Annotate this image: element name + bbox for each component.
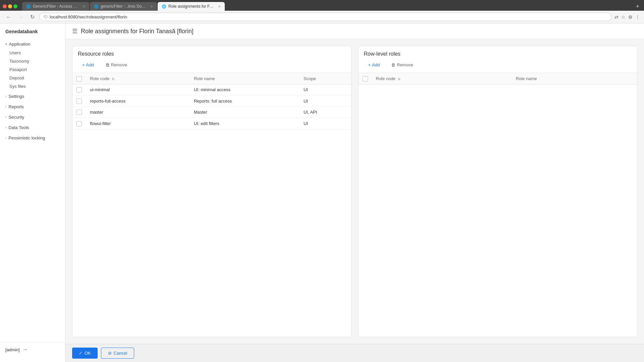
row-role-name: UI: minimal access <box>190 84 300 96</box>
resource-roles-col-name: Role name <box>190 73 300 84</box>
main-content: ☰ Role assignments for Florin Tanasă [fl… <box>65 23 644 362</box>
close-window-dot[interactable] <box>3 4 7 8</box>
sidebar-section-header-datatools[interactable]: ›Data Tools <box>0 123 65 132</box>
security-shield-icon: 🛡 <box>44 15 48 19</box>
ok-button[interactable]: ✓ OK <box>72 348 98 359</box>
row-role-code: master <box>86 107 190 118</box>
row-level-roles-title: Row-level roles <box>364 51 632 57</box>
rl-select-all-checkbox[interactable] <box>363 76 368 81</box>
minimize-window-dot[interactable] <box>8 4 12 8</box>
url-text: localhost:8080/sec/roleassignment/florin <box>50 14 607 19</box>
tab-favicon-icon: 🌐 <box>162 4 166 9</box>
bookmark-icon[interactable]: ☆ <box>621 14 626 20</box>
row-role-code: reports-full-access <box>86 96 190 107</box>
row-level-roles-add-button[interactable]: + Add <box>364 60 384 69</box>
resource-roles-title: Resource roles <box>78 51 346 57</box>
sidebar-section-header-pessimistic[interactable]: ›Pessimistic locking <box>0 133 65 142</box>
row-role-name: Reports: full access <box>190 96 300 107</box>
action-bar: ✓ OK ⊘ Cancel <box>65 344 644 362</box>
resource-roles-header: Resource roles + Add 🗑 Remove <box>72 46 351 73</box>
sidebar-item-sysfiles[interactable]: Sys files <box>0 82 65 90</box>
sidebar-section-label-pessimistic: Pessimistic locking <box>8 135 45 140</box>
resource-roles-table-wrapper: Role code ⇅ Role name Scope <box>72 73 351 337</box>
rl-col-code[interactable]: Role code ⇅ <box>372 73 512 84</box>
page-title: Role assignments for Florin Tanasă [flor… <box>81 28 194 35</box>
row-level-roles-remove-button[interactable]: 🗑 Remove <box>387 60 417 69</box>
rl-col-name: Role name <box>512 73 637 84</box>
row-checkbox-cell <box>72 84 86 96</box>
add-tab-button[interactable]: + <box>634 3 641 10</box>
resource-roles-remove-label: Remove <box>111 62 127 67</box>
trash-icon-rl: 🗑 <box>391 62 395 67</box>
resource-roles-actions: + Add 🗑 Remove <box>78 60 346 69</box>
select-all-checkbox[interactable] <box>76 76 82 81</box>
sidebar-section-header-application[interactable]: ▾Application <box>0 40 65 49</box>
sidebar-section-header-reports[interactable]: ›Reports <box>0 102 65 111</box>
sidebar-section-security: ›Security <box>0 113 65 122</box>
browser-toolbar-icons: ⇄ ☆ ⚙ ⋮ <box>614 14 640 20</box>
extensions-icon[interactable]: ⚙ <box>628 14 633 20</box>
footer-username: [admin] <box>5 347 20 352</box>
resource-roles-col-code[interactable]: Role code ⇅ <box>86 73 190 84</box>
table-row[interactable]: master Master UI, API <box>72 107 351 118</box>
page-header: ☰ Role assignments for Florin Tanasă [fl… <box>65 23 644 39</box>
tab-close-icon[interactable]: ✕ <box>150 5 153 8</box>
table-row[interactable]: reports-full-access Reports: full access… <box>72 96 351 107</box>
tab-close-icon[interactable]: ✕ <box>83 5 85 8</box>
address-bar: ← → ↻ 🛡 localhost:8080/sec/roleassignmen… <box>0 11 644 23</box>
translate-icon[interactable]: ⇄ <box>614 14 619 20</box>
plus-icon: + <box>82 62 85 67</box>
sidebar-section-label-application: Application <box>9 42 31 47</box>
row-level-roles-table: Role code ⇅ Role name <box>359 73 637 84</box>
table-row[interactable]: ui-minimal UI: minimal access UI <box>72 84 351 96</box>
sidebar-section-label-reports: Reports <box>8 104 24 109</box>
role-code-col-label: Role code <box>90 76 110 81</box>
sidebar-section-header-settings[interactable]: ›Settings <box>0 92 65 101</box>
sidebar-footer: [admin] → <box>0 342 65 357</box>
chevron-icon: › <box>5 105 6 109</box>
plus-icon-rl: + <box>368 62 371 67</box>
row-scope: UI, API <box>300 107 351 118</box>
logout-button[interactable]: → <box>22 347 28 353</box>
rl-sort-icon: ⇅ <box>398 77 400 81</box>
sidebar-item-taxonomy[interactable]: Taxonomy <box>0 57 65 65</box>
row-checkbox[interactable] <box>76 99 82 104</box>
hamburger-menu-icon[interactable]: ☰ <box>72 27 77 35</box>
resource-roles-tbody: ui-minimal UI: minimal access UI reports… <box>72 84 351 129</box>
reload-button[interactable]: ↻ <box>28 13 37 21</box>
maximize-window-dot[interactable] <box>13 4 17 8</box>
chevron-icon: › <box>5 95 6 98</box>
sidebar-section-header-security[interactable]: ›Security <box>0 113 65 122</box>
rl-role-code-col-label: Role code <box>376 76 396 81</box>
cancel-button[interactable]: ⊘ Cancel <box>101 348 134 359</box>
row-checkbox[interactable] <box>76 121 82 126</box>
sidebar-item-users[interactable]: Users <box>0 49 65 57</box>
sidebar-item-pasaport[interactable]: Pasaport <box>0 65 65 74</box>
row-level-roles-table-wrapper: Role code ⇅ Role name <box>359 73 637 337</box>
tab-close-icon[interactable]: ✕ <box>218 5 221 8</box>
sidebar: Genedatabank ▾ApplicationUsersTaxonomyPa… <box>0 23 65 362</box>
back-button[interactable]: ← <box>4 13 13 21</box>
app-layout: Genedatabank ▾ApplicationUsersTaxonomyPa… <box>0 23 644 362</box>
row-role-code: ui-minimal <box>86 84 190 96</box>
menu-icon[interactable]: ⋮ <box>635 14 640 20</box>
sidebar-section-datatools: ›Data Tools <box>0 123 65 132</box>
sidebar-item-deposit[interactable]: Deposit <box>0 74 65 82</box>
forward-button[interactable]: → <box>16 13 25 21</box>
resource-roles-add-button[interactable]: + Add <box>78 60 98 69</box>
browser-tab-tab2[interactable]: 🌐genericFilter :: Jmix Docum...✕ <box>90 2 157 11</box>
resource-roles-add-label: Add <box>86 62 94 67</box>
content-area: Resource roles + Add 🗑 Remove <box>65 39 644 344</box>
row-level-roles-add-label: Add <box>372 62 380 67</box>
resource-roles-table: Role code ⇅ Role name Scope <box>72 73 351 129</box>
row-checkbox[interactable] <box>76 110 82 115</box>
browser-tab-tab3[interactable]: 🌐Role assignments for Flori...✕ <box>158 2 225 11</box>
url-bar[interactable]: 🛡 localhost:8080/sec/roleassignment/flor… <box>39 13 612 21</box>
row-checkbox-cell <box>72 107 86 118</box>
rl-select-all-th <box>359 73 372 84</box>
row-checkbox[interactable] <box>76 87 82 93</box>
browser-tab-tab1[interactable]: 🌐GenericFilter - Access demi...✕ <box>22 2 89 11</box>
resource-roles-remove-button[interactable]: 🗑 Remove <box>101 60 131 69</box>
table-row[interactable]: flowui-filter UI: edit filters UI <box>72 118 351 129</box>
tab-favicon-icon: 🌐 <box>26 4 31 9</box>
